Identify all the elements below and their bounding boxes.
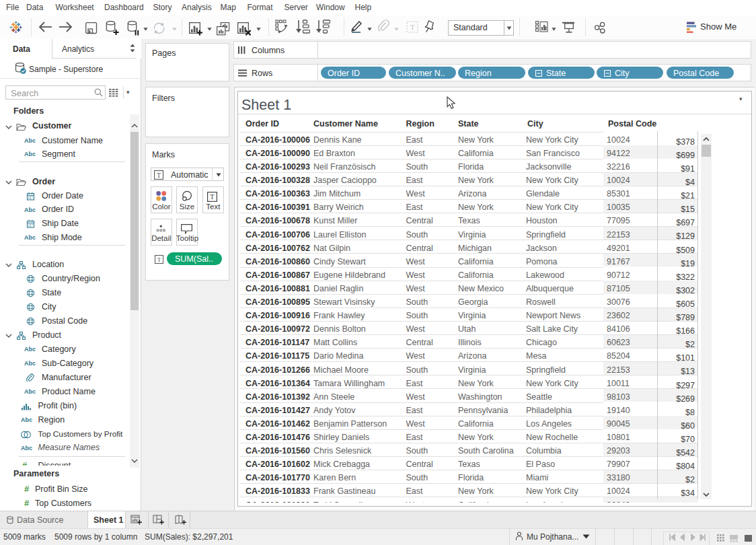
svg-text:T: T xyxy=(157,171,161,178)
svg-text:T: T xyxy=(410,23,415,31)
svg-text:T: T xyxy=(157,256,161,263)
svg-text:T: T xyxy=(210,193,215,201)
